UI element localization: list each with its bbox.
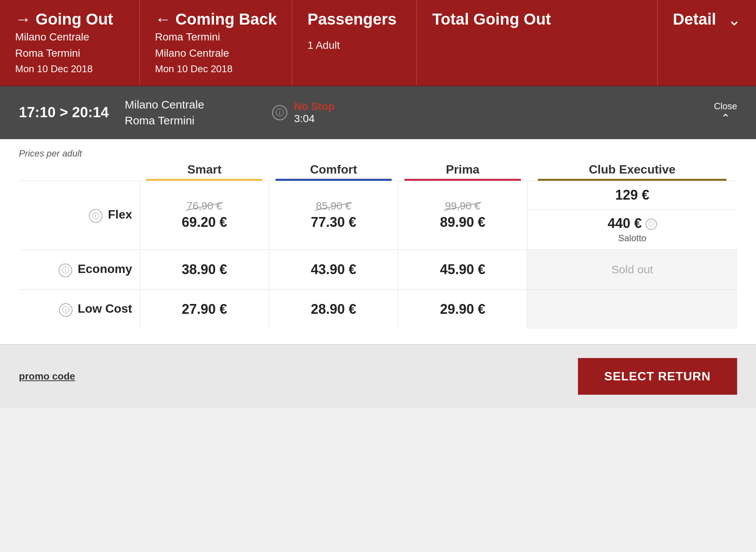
flex-club-main-price: 129 €: [531, 187, 733, 203]
flex-smart-cell[interactable]: 76,90 € 69.20 €: [140, 181, 269, 250]
flex-club-cell[interactable]: 129 € 440 € ⓘ Salotto: [527, 181, 737, 250]
flex-smart-discounted: 69.20 €: [144, 214, 265, 230]
table-header-row: Smart Comfort Prima Club Executive: [19, 163, 737, 181]
train-row: 17:10 > 20:14 Milano Centrale Roma Termi…: [0, 86, 756, 139]
no-stop-label: No Stop: [294, 101, 335, 113]
flex-club-salotto-price: 440 €: [608, 216, 642, 231]
low-cost-comfort-cell[interactable]: 28.90 €: [269, 289, 398, 329]
train-info-icon[interactable]: ⓘ: [272, 105, 287, 120]
passengers-label: Passengers: [307, 11, 401, 28]
low-cost-row: ⓘ Low Cost 27.90 € 28.90 € 29.90 €: [19, 289, 737, 329]
train-time: 17:10 > 20:14: [19, 104, 125, 121]
going-out-from: Milano Centrale: [15, 30, 124, 44]
total-label: Total Going Out: [432, 11, 642, 28]
close-label: Close: [714, 101, 737, 111]
comfort-header: Comfort: [269, 163, 398, 181]
price-table: Smart Comfort Prima Club Executive: [19, 163, 737, 329]
low-cost-label: Low Cost: [78, 302, 132, 316]
coming-back-from: Roma Termini: [155, 30, 277, 44]
economy-label-cell: ⓘ Economy: [19, 250, 140, 289]
low-cost-smart-price: 27.90 €: [144, 301, 265, 317]
passengers-section: Passengers 1 Adult: [292, 0, 417, 85]
club-bar: [538, 179, 727, 181]
detail-label: Detail: [673, 11, 716, 28]
going-out-section[interactable]: → Going Out Milano Centrale Roma Termini…: [0, 0, 140, 85]
flex-label: Flex: [108, 208, 132, 222]
low-cost-prima-cell[interactable]: 29.90 €: [398, 289, 527, 329]
flex-comfort-discounted: 77.30 €: [273, 214, 394, 230]
going-out-date: Mon 10 Dec 2018: [15, 63, 124, 75]
club-header: Club Executive: [527, 163, 737, 181]
flex-prima-discounted: 89.90 €: [402, 214, 524, 230]
economy-sold-out-label: Sold out: [531, 263, 733, 276]
comfort-label: Comfort: [269, 163, 398, 179]
detail-section[interactable]: Detail ⌄: [658, 0, 756, 85]
train-to: Roma Termini: [125, 113, 261, 129]
prima-bar: [404, 179, 521, 181]
economy-comfort-cell[interactable]: 43.90 €: [269, 250, 398, 289]
low-cost-info-icon[interactable]: ⓘ: [59, 303, 73, 317]
smart-header: Smart: [140, 163, 269, 181]
prices-per-adult-label: Prices per adult: [19, 139, 737, 163]
train-from: Milano Centrale: [125, 97, 261, 113]
smart-bar: [146, 179, 262, 181]
header: → Going Out Milano Centrale Roma Termini…: [0, 0, 756, 86]
economy-club-cell: Sold out: [527, 250, 737, 289]
detail-chevron-icon[interactable]: ⌄: [728, 11, 741, 29]
low-cost-smart-cell[interactable]: 27.90 €: [140, 289, 269, 329]
flex-row: ⓘ Flex 76,90 € 69.20 € 85,90 € 77.30 € 9…: [19, 181, 737, 250]
low-cost-label-cell: ⓘ Low Cost: [19, 289, 140, 329]
club-label: Club Executive: [527, 163, 737, 179]
flex-club-salotto-info-icon[interactable]: ⓘ: [646, 219, 657, 230]
flex-club-bottom[interactable]: 440 € ⓘ Salotto: [527, 209, 737, 250]
prima-header: Prima: [398, 163, 527, 181]
going-out-title: → Going Out: [15, 11, 124, 28]
smart-label: Smart: [140, 163, 269, 179]
low-cost-comfort-price: 28.90 €: [273, 301, 394, 317]
promo-code-link[interactable]: promo code: [19, 371, 75, 382]
coming-back-title: ← Coming Back: [155, 11, 277, 28]
economy-label: Economy: [77, 262, 132, 276]
flex-comfort-original: 85,90 €: [316, 200, 351, 212]
flex-club-salotto-label: Salotto: [531, 233, 733, 243]
going-out-arrow: →: [15, 11, 31, 28]
coming-back-section[interactable]: ← Coming Back Roma Termini Milano Centra…: [140, 0, 292, 85]
flex-label-cell: ⓘ Flex: [19, 181, 140, 250]
passenger-count: 1 Adult: [307, 39, 401, 51]
flex-smart-original: 76,90 €: [187, 200, 222, 212]
economy-comfort-price: 43.90 €: [273, 262, 394, 278]
economy-row: ⓘ Economy 38.90 € 43.90 € 45.90 € Sold o…: [19, 250, 737, 289]
train-info: ⓘ No Stop 3:04: [272, 101, 335, 125]
train-stops-info: No Stop 3:04: [294, 101, 335, 125]
flex-club-top[interactable]: 129 €: [527, 181, 737, 209]
going-out-to: Roma Termini: [15, 47, 124, 60]
close-button[interactable]: Close ⌃: [714, 101, 737, 124]
flex-info-icon[interactable]: ⓘ: [89, 209, 102, 223]
prima-label: Prima: [398, 163, 527, 179]
flex-comfort-cell[interactable]: 85,90 € 77.30 €: [269, 181, 398, 250]
flex-prima-original: 99,90 €: [445, 200, 480, 212]
footer: promo code SELECT RETURN: [0, 344, 756, 408]
close-chevron-icon: ⌃: [714, 111, 737, 124]
economy-prima-cell[interactable]: 45.90 €: [398, 250, 527, 289]
total-section: Total Going Out: [417, 0, 658, 85]
flex-prima-cell[interactable]: 99,90 € 89.90 €: [398, 181, 527, 250]
train-route: Milano Centrale Roma Termini: [125, 97, 261, 129]
economy-prima-price: 45.90 €: [402, 262, 524, 278]
coming-back-arrow: ←: [155, 11, 171, 28]
economy-smart-cell[interactable]: 38.90 €: [140, 250, 269, 289]
low-cost-prima-price: 29.90 €: [402, 301, 524, 317]
coming-back-date: Mon 10 Dec 2018: [155, 63, 277, 75]
select-return-button[interactable]: SELECT RETURN: [578, 358, 737, 395]
coming-back-to: Milano Centrale: [155, 47, 277, 60]
economy-info-icon[interactable]: ⓘ: [59, 264, 72, 277]
prices-section: Prices per adult Smart Comfort Pr: [0, 139, 756, 344]
comfort-bar: [276, 179, 392, 181]
economy-smart-price: 38.90 €: [144, 262, 265, 278]
train-duration: 3:04: [294, 113, 335, 125]
empty-header-cell: [19, 163, 140, 181]
low-cost-club-cell: [527, 289, 737, 329]
